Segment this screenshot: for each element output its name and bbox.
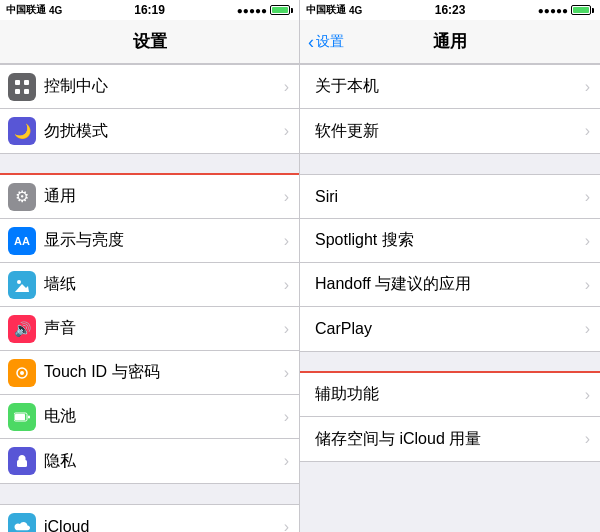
sidebar-item-sound[interactable]: 🔊 声音 › xyxy=(0,307,299,351)
handoff-chevron: › xyxy=(585,276,590,294)
left-panel: 中国联通 4G 16:19 ●●●●● 设置 xyxy=(0,0,300,532)
svg-rect-9 xyxy=(15,414,25,420)
right-right-status: ●●●●● xyxy=(538,5,594,16)
svg-rect-1 xyxy=(24,80,29,85)
left-group-1: 控制中心 › 🌙 勿扰模式 › xyxy=(0,64,299,154)
control-center-chevron: › xyxy=(284,78,289,96)
sidebar-item-touch-id[interactable]: Touch ID 与密码 › xyxy=(0,351,299,395)
right-carrier-info: 中国联通 4G xyxy=(306,3,362,17)
left-group-3: iCloud › xyxy=(0,504,299,532)
wallpaper-label: 墙纸 xyxy=(44,274,284,295)
handoff-label: Handoff 与建议的应用 xyxy=(315,274,585,295)
left-right-status: ●●●●● xyxy=(237,5,293,16)
right-status-bar: 中国联通 4G 16:23 ●●●●● xyxy=(300,0,600,20)
about-chevron: › xyxy=(585,78,590,96)
touch-id-icon-wrap xyxy=(0,351,44,395)
sound-label: 声音 xyxy=(44,318,284,339)
svg-rect-0 xyxy=(15,80,20,85)
general-icon-wrap: ⚙ xyxy=(0,175,44,219)
right-network: 4G xyxy=(349,5,362,16)
icloud-icon-wrap xyxy=(0,505,44,532)
software-update-label: 软件更新 xyxy=(315,121,585,142)
back-chevron-icon: ‹ xyxy=(308,33,314,51)
svg-point-4 xyxy=(17,280,21,284)
right-panel: 中国联通 4G 16:23 ●●●●● ‹ 设置 通用 关于本机 › xyxy=(300,0,600,532)
icloud-icon xyxy=(8,513,36,532)
right-item-siri[interactable]: Siri › xyxy=(300,175,600,219)
svg-rect-10 xyxy=(28,415,30,418)
back-button[interactable]: ‹ 设置 xyxy=(308,33,344,51)
touch-id-label: Touch ID 与密码 xyxy=(44,362,284,383)
general-label: 通用 xyxy=(44,186,284,207)
right-settings-list: 关于本机 › 软件更新 › Siri › Spotlight 搜索 › Hand… xyxy=(300,64,600,532)
siri-chevron: › xyxy=(585,188,590,206)
spotlight-chevron: › xyxy=(585,232,590,250)
right-item-storage-icloud[interactable]: 储存空间与 iCloud 用量 › xyxy=(300,417,600,461)
control-center-icon xyxy=(8,73,36,101)
svg-marker-5 xyxy=(15,284,29,292)
right-battery-icon xyxy=(571,5,594,15)
sidebar-item-wallpaper[interactable]: 墙纸 › xyxy=(0,263,299,307)
display-chevron: › xyxy=(284,232,289,250)
right-item-about[interactable]: 关于本机 › xyxy=(300,65,600,109)
sidebar-item-do-not-disturb[interactable]: 🌙 勿扰模式 › xyxy=(0,109,299,153)
right-item-accessibility[interactable]: 辅助功能 › xyxy=(300,373,600,417)
about-label: 关于本机 xyxy=(315,76,585,97)
sidebar-item-control-center[interactable]: 控制中心 › xyxy=(0,65,299,109)
left-nav-bar: 设置 xyxy=(0,20,299,64)
left-network: 4G xyxy=(49,5,62,16)
svg-point-7 xyxy=(20,371,24,375)
privacy-label: 隐私 xyxy=(44,451,284,472)
left-status-bar: 中国联通 4G 16:19 ●●●●● xyxy=(0,0,299,20)
privacy-icon xyxy=(8,447,36,475)
sidebar-item-battery[interactable]: 电池 › xyxy=(0,395,299,439)
sound-chevron: › xyxy=(284,320,289,338)
display-icon: AA xyxy=(8,227,36,255)
left-group-2: ⚙ 通用 › AA 显示与亮度 › xyxy=(0,174,299,484)
storage-icloud-chevron: › xyxy=(585,430,590,448)
wallpaper-icon-wrap xyxy=(0,263,44,307)
siri-label: Siri xyxy=(315,188,585,206)
battery-settings-icon xyxy=(8,403,36,431)
sidebar-item-icloud[interactable]: iCloud › xyxy=(0,505,299,532)
right-nav-bar: ‹ 设置 通用 xyxy=(300,20,600,64)
battery-icon-wrap xyxy=(0,395,44,439)
right-item-carplay[interactable]: CarPlay › xyxy=(300,307,600,351)
wallpaper-chevron: › xyxy=(284,276,289,294)
carplay-chevron: › xyxy=(585,320,590,338)
left-nav-title: 设置 xyxy=(133,30,167,53)
right-item-handoff[interactable]: Handoff 与建议的应用 › xyxy=(300,263,600,307)
right-group-3: 辅助功能 › 储存空间与 iCloud 用量 › xyxy=(300,372,600,462)
icloud-label: iCloud xyxy=(44,518,284,532)
sidebar-item-display[interactable]: AA 显示与亮度 › xyxy=(0,219,299,263)
right-nav-title: 通用 xyxy=(433,30,467,53)
right-group-1: 关于本机 › 软件更新 › xyxy=(300,64,600,154)
battery-chevron: › xyxy=(284,408,289,426)
left-carrier: 中国联通 xyxy=(6,3,46,17)
storage-icloud-label: 储存空间与 iCloud 用量 xyxy=(315,429,585,450)
right-item-spotlight[interactable]: Spotlight 搜索 › xyxy=(300,219,600,263)
sound-icon: 🔊 xyxy=(8,315,36,343)
battery-label: 电池 xyxy=(44,406,284,427)
software-update-chevron: › xyxy=(585,122,590,140)
right-item-software-update[interactable]: 软件更新 › xyxy=(300,109,600,153)
touch-id-chevron: › xyxy=(284,364,289,382)
do-not-disturb-icon-wrap: 🌙 xyxy=(0,109,44,153)
sound-icon-wrap: 🔊 xyxy=(0,307,44,351)
display-label: 显示与亮度 xyxy=(44,230,284,251)
do-not-disturb-icon: 🌙 xyxy=(8,117,36,145)
left-settings-list: 控制中心 › 🌙 勿扰模式 › ⚙ xyxy=(0,64,299,532)
control-center-icon-wrap xyxy=(0,65,44,109)
left-carrier-info: 中国联通 4G xyxy=(6,3,62,17)
back-label: 设置 xyxy=(316,33,344,51)
do-not-disturb-chevron: › xyxy=(284,122,289,140)
privacy-icon-wrap xyxy=(0,439,44,483)
carplay-label: CarPlay xyxy=(315,320,585,338)
svg-rect-11 xyxy=(17,460,27,467)
control-center-label: 控制中心 xyxy=(44,76,284,97)
right-carrier: 中国联通 xyxy=(306,3,346,17)
wallpaper-icon xyxy=(8,271,36,299)
sidebar-item-privacy[interactable]: 隐私 › xyxy=(0,439,299,483)
left-time: 16:19 xyxy=(134,3,165,17)
sidebar-item-general[interactable]: ⚙ 通用 › xyxy=(0,175,299,219)
